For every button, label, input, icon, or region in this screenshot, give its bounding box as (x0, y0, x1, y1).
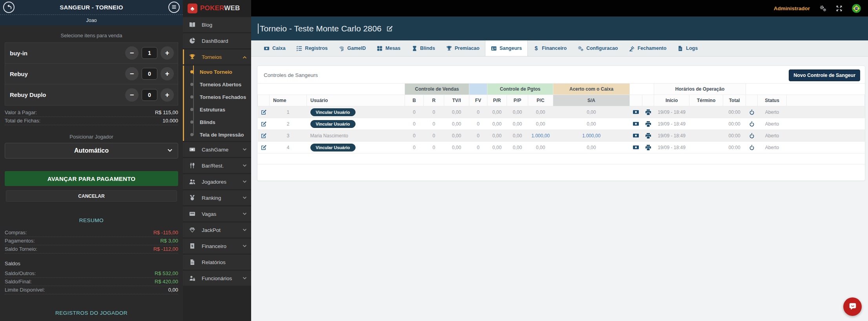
cell-pr: 0,00 (487, 142, 507, 153)
power-toggle-button[interactable] (749, 144, 755, 151)
fullscreen-icon[interactable] (836, 5, 842, 12)
sidebar-subitem-tela-de-impress-o[interactable]: Tela de Impressão (184, 128, 251, 141)
link-user-button[interactable]: Vincular Usuário (310, 120, 356, 128)
page-title[interactable]: Torneio - Teste Monte Carlo 2806 (260, 24, 381, 33)
tab-configuracao[interactable]: Configuracao (572, 40, 624, 56)
decrement-button[interactable]: − (125, 46, 139, 60)
brazil-flag-icon[interactable] (852, 4, 861, 13)
gears-icon[interactable] (819, 5, 826, 12)
sidebar-subitem-blinds[interactable]: Blinds (184, 116, 251, 128)
sidebar-item-cashgame[interactable]: CashGame (183, 142, 251, 157)
power-toggle-button[interactable] (749, 109, 755, 115)
tab-mesas[interactable]: Mesas (371, 40, 406, 56)
increment-button[interactable]: + (160, 67, 174, 80)
sidebar-item-dashboard[interactable]: DashBoard (183, 33, 251, 48)
tab-blinds[interactable]: Blinds (406, 40, 441, 56)
sidebar-item-jogadores[interactable]: Jogadores (183, 174, 251, 189)
sidebar-item-funcionarios[interactable]: Funcionários (183, 271, 251, 286)
sidebar-item-jackpot[interactable]: JackPot (183, 223, 251, 237)
tab-logs[interactable]: Logs (672, 40, 703, 56)
sidebar-item-label: CashGame (202, 147, 242, 153)
content: Controles de Sangeurs Novo Controle de S… (251, 57, 868, 321)
decrement-button[interactable]: − (125, 67, 139, 80)
tab-sangeurs[interactable]: Sangeurs (485, 40, 528, 56)
increment-button[interactable]: + (160, 46, 174, 60)
edit-row-button[interactable] (261, 133, 267, 139)
sale-item-row: Rebuy−0+ (5, 64, 178, 84)
increment-button[interactable]: + (160, 88, 174, 102)
grid-icon (377, 46, 383, 51)
cell-nome: 3 (270, 130, 307, 142)
sidebar-item-ranking[interactable]: Ranking (183, 190, 251, 205)
dollar-icon: $ (533, 46, 539, 51)
quantity-value[interactable]: 0 (142, 68, 157, 80)
tab-gameid[interactable]: GameID (333, 40, 371, 56)
print-button[interactable] (645, 121, 651, 127)
money-icon (264, 46, 270, 51)
sidebar-item-label: Blog (202, 22, 247, 28)
back-button[interactable] (3, 2, 15, 13)
cash-button[interactable] (633, 109, 639, 115)
position-select[interactable]: Automático (5, 143, 178, 159)
link-user-button[interactable]: Vincular Usuário (310, 108, 356, 116)
chat-support-button[interactable] (843, 297, 862, 316)
timeline-dot (190, 70, 193, 73)
cell-b: 0 (405, 130, 424, 142)
sidebar-submenu: Novo TorneioTorneios AbertosTorneios Fec… (183, 66, 251, 141)
column-header-print (642, 95, 654, 106)
cash-button[interactable] (633, 120, 639, 127)
sale-item-label: buy-in (10, 50, 27, 57)
sidebar-item-financeiro[interactable]: $Financeiro (183, 239, 251, 254)
tab-registros[interactable]: Registros (291, 40, 333, 56)
sidebar-item-relatorios[interactable]: Relatórios (183, 255, 251, 270)
cash-button[interactable] (633, 132, 639, 139)
link-user-button[interactable]: Vincular Usuário (310, 144, 356, 151)
summary-row: Compras:R$ -115,00 (5, 229, 178, 237)
power-toggle-button[interactable] (749, 133, 755, 139)
quantity-value[interactable]: 1 (142, 47, 157, 59)
tab-financeiro[interactable]: $Financeiro (528, 40, 572, 56)
cancel-button[interactable]: CANCELAR (6, 190, 177, 202)
decrement-button[interactable]: − (125, 88, 139, 102)
sidebar-item-torneios[interactable]: Torneios (183, 49, 251, 64)
print-button[interactable] (645, 133, 651, 139)
edit-row-button[interactable] (261, 109, 267, 115)
print-button[interactable] (645, 109, 651, 115)
quantity-value[interactable]: 0 (142, 89, 157, 101)
brand-logo[interactable]: ♣ POKERWEB (183, 0, 251, 16)
summary-row: Pagamentos:R$ 3,00 (5, 237, 178, 245)
sidebar-item-vagas[interactable]: Vagas (183, 206, 251, 221)
column-header-fv: FV (469, 95, 487, 106)
sidebar-subitem-novo-torneio[interactable]: Novo Torneio (184, 66, 251, 78)
new-sangeur-control-button[interactable]: Novo Controle de Sangeur (789, 69, 860, 81)
cell-sa: 0,00 (553, 118, 630, 130)
cell-tvi: 0,00 (444, 142, 469, 153)
cash-button[interactable] (633, 144, 639, 151)
print-button[interactable] (645, 144, 651, 151)
tab-premiacao[interactable]: Premiacao (441, 40, 485, 56)
group-acerto-com-o-caixa: Acerto com o Caixa (553, 84, 630, 95)
edit-row-button[interactable] (261, 144, 267, 151)
sidebar-item-bar-rest[interactable]: Bar/Rest. (183, 158, 251, 173)
cell-total: 00:00 (723, 118, 746, 130)
sidebar-subitem-estruturas[interactable]: Estruturas (184, 103, 251, 116)
table-row: 4Vincular Usuário000,0000,000,000,000,00… (258, 142, 865, 153)
drawer-menu-button[interactable] (168, 2, 180, 13)
list-icon (296, 46, 302, 51)
edit-title-button[interactable] (386, 25, 393, 32)
cell-usuario: Vincular Usuário (307, 142, 405, 153)
tab-caixa[interactable]: Caixa (258, 40, 291, 56)
sidebar-subitem-torneios-fechados[interactable]: Torneios Fechados (184, 91, 251, 103)
cell-status: Aberto (758, 142, 787, 153)
edit-row-button[interactable] (261, 121, 267, 127)
sidebar-item-blog[interactable]: Blog (183, 17, 251, 32)
power-toggle-button[interactable] (749, 121, 755, 127)
table-row: 2Vincular Usuário000,0000,000,000,000,00… (258, 118, 865, 130)
advance-payment-button[interactable]: AVANÇAR PARA PAGAMENTO (5, 171, 178, 186)
tab-label: GameID (347, 46, 366, 51)
sidebar-subitem-torneios-abertos[interactable]: Torneios Abertos (184, 78, 251, 91)
tab-fechamento[interactable]: Fechamento (624, 40, 672, 56)
timeline-dot (190, 120, 193, 124)
sidebar-menu: BlogDashBoardTorneiosNovo TorneioTorneio… (183, 17, 251, 286)
admin-user-menu[interactable]: Administrador (774, 5, 810, 11)
